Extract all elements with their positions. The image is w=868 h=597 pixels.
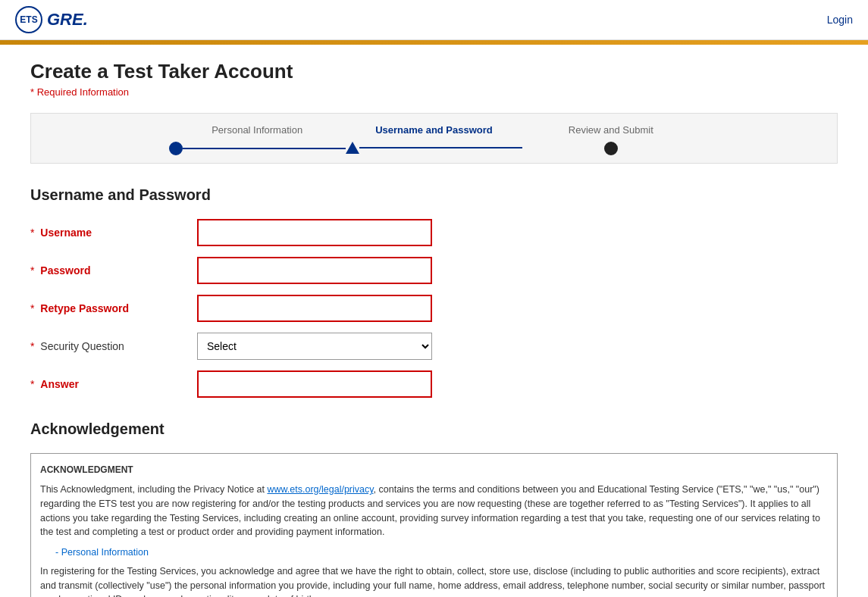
answer-required-star: * — [30, 378, 34, 390]
ets-logo: ETS — [15, 6, 42, 33]
answer-row: * Answer — [30, 370, 838, 398]
acknowledgement-section: Acknowledgement ACKNOWLEDGMENT This Ackn… — [30, 420, 838, 597]
ack-heading: ACKNOWLEDGMENT — [40, 463, 828, 477]
ack-sub-title: - Personal Information — [55, 545, 828, 560]
answer-label-text: Answer — [40, 378, 79, 390]
username-input[interactable] — [197, 219, 432, 246]
privacy-notice-link[interactable]: www.ets.org/legal/privacy — [267, 484, 373, 495]
security-question-row: * Security Question Select What is your … — [30, 333, 838, 360]
password-input[interactable] — [197, 257, 432, 284]
security-question-label: * Security Question — [30, 340, 197, 352]
ack-paragraph-1: This Acknowledgment, including the Priva… — [40, 483, 828, 539]
retype-password-row: * Retype Password — [30, 295, 838, 322]
step-personal-information: Personal Information — [169, 124, 346, 155]
username-row: * Username — [30, 219, 838, 246]
header: ETS GRE. Login — [0, 0, 868, 40]
security-required-star: * — [30, 340, 34, 352]
username-label-text: Username — [40, 227, 92, 239]
step-1-circle — [169, 142, 183, 155]
login-link[interactable]: Login — [827, 14, 853, 26]
step-3-circle — [604, 142, 618, 155]
password-label-text: Password — [40, 264, 90, 277]
gre-brand: GRE. — [47, 10, 88, 30]
required-info: * Required Information — [30, 86, 838, 98]
answer-input[interactable] — [197, 370, 432, 398]
page-title: Create a Test Taker Account — [30, 60, 838, 83]
steps-wrapper: Personal Information Username and Passwo… — [169, 124, 700, 155]
password-row: * Password — [30, 257, 838, 284]
username-password-section: Username and Password * Username * Passw… — [30, 186, 838, 398]
retype-password-input[interactable] — [197, 295, 432, 322]
security-question-label-text: Security Question — [40, 340, 124, 352]
username-label: * Username — [30, 227, 197, 239]
step-line-1 — [183, 148, 346, 149]
step-2-triangle — [346, 142, 359, 154]
security-question-select[interactable]: Select What is your mother's maiden name… — [197, 333, 432, 360]
password-required-star: * — [30, 264, 34, 277]
step-3-label: Review and Submit — [569, 124, 653, 136]
step-review-submit: Review and Submit — [522, 124, 699, 155]
step-username-password: Username and Password — [346, 124, 522, 154]
username-required-star: * — [30, 227, 34, 239]
steps-progress: Personal Information Username and Passwo… — [30, 113, 838, 164]
acknowledgement-title: Acknowledgement — [30, 420, 838, 438]
password-label: * Password — [30, 264, 197, 277]
section-title: Username and Password — [30, 186, 838, 204]
acknowledgement-box[interactable]: ACKNOWLEDGMENT This Acknowledgment, incl… — [30, 453, 838, 597]
step-2-label: Username and Password — [375, 124, 493, 136]
ack-paragraph-2: In registering for the Testing Services,… — [40, 564, 828, 597]
step-1-label: Personal Information — [212, 124, 302, 136]
step-line-2 — [359, 147, 522, 148]
answer-label: * Answer — [30, 378, 197, 390]
retype-password-label: * Retype Password — [30, 302, 197, 314]
logo-area: ETS GRE. — [15, 6, 88, 33]
retype-required-star: * — [30, 302, 34, 314]
main-content: Create a Test Taker Account * Required I… — [0, 45, 868, 597]
retype-password-label-text: Retype Password — [40, 302, 129, 314]
